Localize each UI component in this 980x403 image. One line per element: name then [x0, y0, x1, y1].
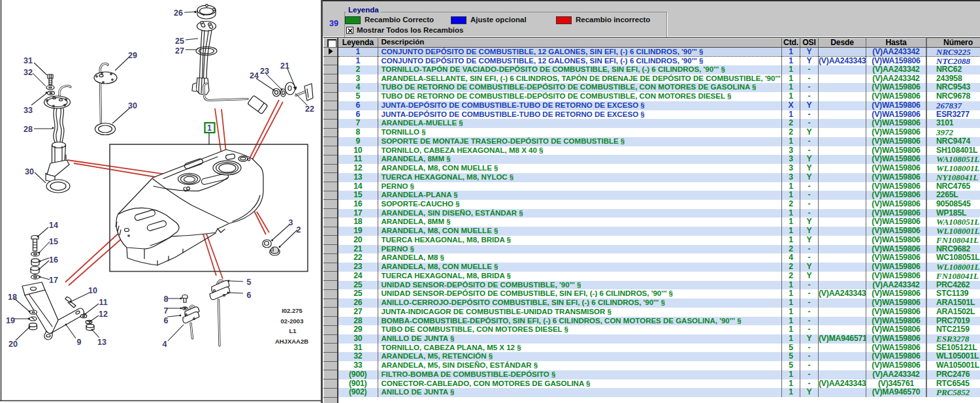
svg-text:I02.275: I02.275: [282, 307, 302, 314]
svg-text:18: 18: [8, 293, 17, 302]
svg-text:25: 25: [175, 37, 184, 46]
svg-text:12: 12: [99, 310, 108, 319]
svg-text:22: 22: [305, 105, 314, 114]
svg-text:AHJXAA2B: AHJXAA2B: [275, 338, 308, 345]
svg-text:30: 30: [25, 167, 34, 176]
svg-text:26: 26: [174, 8, 183, 18]
svg-text:9: 9: [77, 338, 82, 347]
svg-text:6: 6: [164, 316, 169, 325]
svg-text:20: 20: [8, 340, 18, 349]
svg-text:L1: L1: [289, 327, 297, 334]
svg-text:29: 29: [128, 51, 137, 60]
svg-text:3: 3: [289, 218, 293, 227]
svg-text:32: 32: [24, 68, 33, 77]
svg-text:23: 23: [260, 67, 269, 76]
svg-text:02-2003: 02-2003: [281, 317, 304, 325]
svg-text:1: 1: [207, 123, 212, 133]
svg-text:15: 15: [49, 237, 58, 246]
svg-text:31: 31: [24, 56, 33, 65]
svg-text:16: 16: [49, 255, 58, 265]
svg-text:8: 8: [164, 295, 169, 304]
svg-text:7: 7: [164, 306, 169, 315]
svg-text:11: 11: [99, 298, 107, 307]
svg-text:13: 13: [97, 338, 106, 347]
svg-text:2: 2: [297, 225, 301, 234]
svg-text:6: 6: [247, 291, 252, 300]
svg-text:17: 17: [49, 276, 58, 285]
svg-text:28: 28: [24, 125, 33, 134]
svg-text:27: 27: [175, 46, 184, 56]
svg-text:5: 5: [247, 278, 252, 287]
svg-text:21: 21: [280, 61, 289, 71]
svg-text:10: 10: [88, 286, 97, 295]
svg-text:14: 14: [49, 221, 58, 230]
svg-text:24: 24: [250, 71, 259, 80]
svg-text:4: 4: [163, 340, 167, 349]
svg-text:30: 30: [128, 101, 137, 110]
svg-text:19: 19: [6, 316, 15, 325]
svg-text:33: 33: [24, 106, 33, 115]
